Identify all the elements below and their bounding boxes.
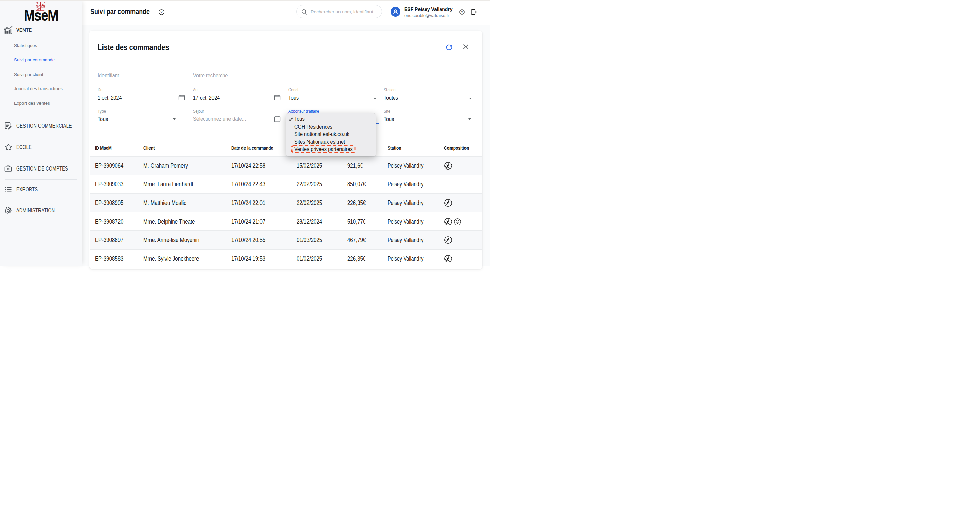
svg-text:?: ?: [161, 10, 162, 14]
svg-text:?: ?: [461, 10, 463, 14]
